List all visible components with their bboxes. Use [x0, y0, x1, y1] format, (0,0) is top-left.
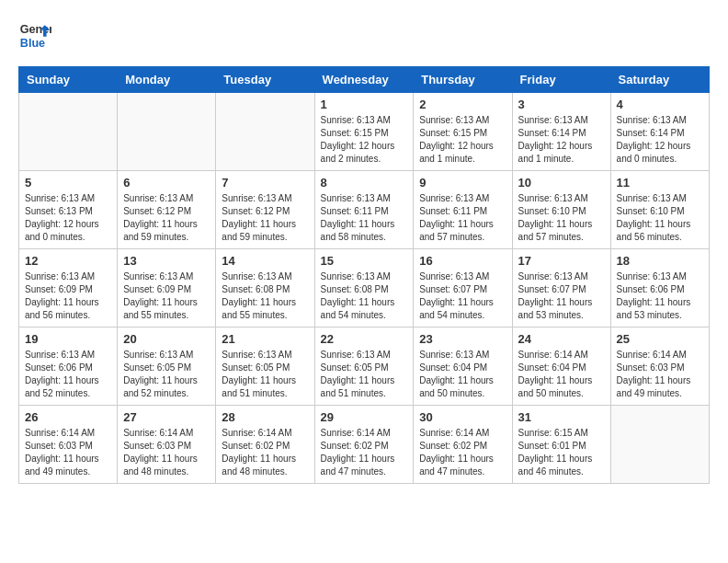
day-number: 24	[518, 332, 605, 346]
logo: General Blue	[18, 18, 51, 52]
day-info: Sunrise: 6:13 AM Sunset: 6:11 PM Dayligh…	[419, 192, 506, 244]
day-info: Sunrise: 6:14 AM Sunset: 6:02 PM Dayligh…	[222, 427, 308, 478]
day-number: 3	[518, 98, 605, 111]
calendar-cell: 11Sunrise: 6:13 AM Sunset: 6:10 PM Dayli…	[610, 171, 709, 249]
day-info: Sunrise: 6:13 AM Sunset: 6:12 PM Dayligh…	[222, 192, 308, 244]
day-number: 12	[25, 254, 111, 268]
day-number: 6	[123, 176, 210, 190]
day-number: 31	[518, 410, 605, 424]
calendar-cell	[216, 93, 314, 171]
calendar-cell: 2Sunrise: 6:13 AM Sunset: 6:15 PM Daylig…	[414, 93, 512, 171]
day-number: 28	[222, 410, 308, 424]
day-number: 22	[321, 332, 408, 346]
day-number: 18	[617, 254, 703, 268]
calendar-cell: 25Sunrise: 6:14 AM Sunset: 6:03 PM Dayli…	[610, 327, 709, 406]
day-number: 15	[321, 254, 408, 268]
weekday-header-saturday: Saturday	[610, 67, 709, 93]
day-number: 21	[222, 332, 308, 346]
calendar-week-2: 5Sunrise: 6:13 AM Sunset: 6:13 PM Daylig…	[19, 171, 710, 249]
calendar-cell: 22Sunrise: 6:13 AM Sunset: 6:05 PM Dayli…	[314, 327, 414, 406]
calendar-cell: 3Sunrise: 6:13 AM Sunset: 6:14 PM Daylig…	[512, 93, 610, 171]
weekday-header-row: SundayMondayTuesdayWednesdayThursdayFrid…	[19, 67, 710, 93]
calendar-cell: 27Sunrise: 6:14 AM Sunset: 6:03 PM Dayli…	[118, 406, 216, 484]
day-info: Sunrise: 6:13 AM Sunset: 6:15 PM Dayligh…	[321, 114, 408, 166]
day-info: Sunrise: 6:13 AM Sunset: 6:14 PM Dayligh…	[617, 114, 703, 166]
calendar-cell: 5Sunrise: 6:13 AM Sunset: 6:13 PM Daylig…	[19, 171, 118, 249]
day-number: 7	[222, 176, 308, 190]
calendar-cell: 7Sunrise: 6:13 AM Sunset: 6:12 PM Daylig…	[216, 171, 314, 249]
day-number: 25	[617, 332, 703, 346]
day-info: Sunrise: 6:13 AM Sunset: 6:15 PM Dayligh…	[419, 114, 506, 166]
day-info: Sunrise: 6:15 AM Sunset: 6:01 PM Dayligh…	[518, 427, 605, 478]
day-number: 8	[321, 176, 408, 190]
weekday-header-thursday: Thursday	[414, 67, 512, 93]
svg-text:Blue: Blue	[20, 37, 45, 50]
logo-icon: General Blue	[18, 18, 51, 52]
calendar-table: SundayMondayTuesdayWednesdayThursdayFrid…	[18, 66, 710, 484]
calendar-cell: 6Sunrise: 6:13 AM Sunset: 6:12 PM Daylig…	[118, 171, 216, 249]
day-number: 2	[419, 98, 506, 111]
calendar-cell: 18Sunrise: 6:13 AM Sunset: 6:06 PM Dayli…	[610, 249, 709, 327]
calendar-cell: 26Sunrise: 6:14 AM Sunset: 6:03 PM Dayli…	[19, 406, 118, 484]
calendar-cell: 9Sunrise: 6:13 AM Sunset: 6:11 PM Daylig…	[414, 171, 512, 249]
calendar-cell: 14Sunrise: 6:13 AM Sunset: 6:08 PM Dayli…	[216, 249, 314, 327]
day-info: Sunrise: 6:13 AM Sunset: 6:04 PM Dayligh…	[419, 349, 506, 400]
day-info: Sunrise: 6:13 AM Sunset: 6:14 PM Dayligh…	[518, 114, 605, 166]
calendar-cell: 12Sunrise: 6:13 AM Sunset: 6:09 PM Dayli…	[19, 249, 118, 327]
day-info: Sunrise: 6:13 AM Sunset: 6:11 PM Dayligh…	[321, 192, 408, 244]
day-number: 17	[518, 254, 605, 268]
day-info: Sunrise: 6:13 AM Sunset: 6:06 PM Dayligh…	[25, 349, 111, 400]
calendar-cell: 8Sunrise: 6:13 AM Sunset: 6:11 PM Daylig…	[314, 171, 414, 249]
calendar-cell: 17Sunrise: 6:13 AM Sunset: 6:07 PM Dayli…	[512, 249, 610, 327]
weekday-header-friday: Friday	[512, 67, 610, 93]
day-number: 4	[617, 98, 703, 111]
day-info: Sunrise: 6:14 AM Sunset: 6:02 PM Dayligh…	[321, 427, 408, 478]
calendar-cell: 28Sunrise: 6:14 AM Sunset: 6:02 PM Dayli…	[216, 406, 314, 484]
day-number: 13	[123, 254, 210, 268]
day-number: 5	[25, 176, 111, 190]
day-number: 27	[123, 410, 210, 424]
calendar-cell: 1Sunrise: 6:13 AM Sunset: 6:15 PM Daylig…	[314, 93, 414, 171]
day-info: Sunrise: 6:14 AM Sunset: 6:02 PM Dayligh…	[419, 427, 506, 478]
calendar-cell	[19, 93, 118, 171]
day-number: 30	[419, 410, 506, 424]
day-info: Sunrise: 6:13 AM Sunset: 6:07 PM Dayligh…	[518, 270, 605, 322]
day-info: Sunrise: 6:13 AM Sunset: 6:09 PM Dayligh…	[123, 270, 210, 322]
day-number: 19	[25, 332, 111, 346]
calendar-week-5: 26Sunrise: 6:14 AM Sunset: 6:03 PM Dayli…	[19, 406, 710, 484]
day-info: Sunrise: 6:13 AM Sunset: 6:09 PM Dayligh…	[25, 270, 111, 322]
calendar-cell	[118, 93, 216, 171]
calendar-week-3: 12Sunrise: 6:13 AM Sunset: 6:09 PM Dayli…	[19, 249, 710, 327]
day-info: Sunrise: 6:14 AM Sunset: 6:03 PM Dayligh…	[617, 349, 703, 400]
calendar-cell: 19Sunrise: 6:13 AM Sunset: 6:06 PM Dayli…	[19, 327, 118, 406]
day-info: Sunrise: 6:13 AM Sunset: 6:05 PM Dayligh…	[222, 349, 308, 400]
day-info: Sunrise: 6:13 AM Sunset: 6:07 PM Dayligh…	[419, 270, 506, 322]
page-header: General Blue	[18, 18, 710, 52]
day-number: 14	[222, 254, 308, 268]
calendar-cell: 23Sunrise: 6:13 AM Sunset: 6:04 PM Dayli…	[414, 327, 512, 406]
calendar-cell: 29Sunrise: 6:14 AM Sunset: 6:02 PM Dayli…	[314, 406, 414, 484]
calendar-cell: 24Sunrise: 6:14 AM Sunset: 6:04 PM Dayli…	[512, 327, 610, 406]
weekday-header-monday: Monday	[118, 67, 216, 93]
calendar-cell: 10Sunrise: 6:13 AM Sunset: 6:10 PM Dayli…	[512, 171, 610, 249]
calendar-cell: 30Sunrise: 6:14 AM Sunset: 6:02 PM Dayli…	[414, 406, 512, 484]
day-info: Sunrise: 6:14 AM Sunset: 6:04 PM Dayligh…	[518, 349, 605, 400]
calendar-cell: 16Sunrise: 6:13 AM Sunset: 6:07 PM Dayli…	[414, 249, 512, 327]
calendar-cell: 20Sunrise: 6:13 AM Sunset: 6:05 PM Dayli…	[118, 327, 216, 406]
day-info: Sunrise: 6:14 AM Sunset: 6:03 PM Dayligh…	[123, 427, 210, 478]
day-number: 29	[321, 410, 408, 424]
day-number: 10	[518, 176, 605, 190]
day-number: 16	[419, 254, 506, 268]
weekday-header-sunday: Sunday	[19, 67, 118, 93]
day-info: Sunrise: 6:13 AM Sunset: 6:08 PM Dayligh…	[321, 270, 408, 322]
day-info: Sunrise: 6:13 AM Sunset: 6:10 PM Dayligh…	[617, 192, 703, 244]
day-info: Sunrise: 6:13 AM Sunset: 6:13 PM Dayligh…	[25, 192, 111, 244]
day-number: 26	[25, 410, 111, 424]
day-number: 9	[419, 176, 506, 190]
calendar-cell: 4Sunrise: 6:13 AM Sunset: 6:14 PM Daylig…	[610, 93, 709, 171]
day-info: Sunrise: 6:14 AM Sunset: 6:03 PM Dayligh…	[25, 427, 111, 478]
day-info: Sunrise: 6:13 AM Sunset: 6:08 PM Dayligh…	[222, 270, 308, 322]
weekday-header-wednesday: Wednesday	[314, 67, 414, 93]
day-number: 20	[123, 332, 210, 346]
day-info: Sunrise: 6:13 AM Sunset: 6:12 PM Dayligh…	[123, 192, 210, 244]
